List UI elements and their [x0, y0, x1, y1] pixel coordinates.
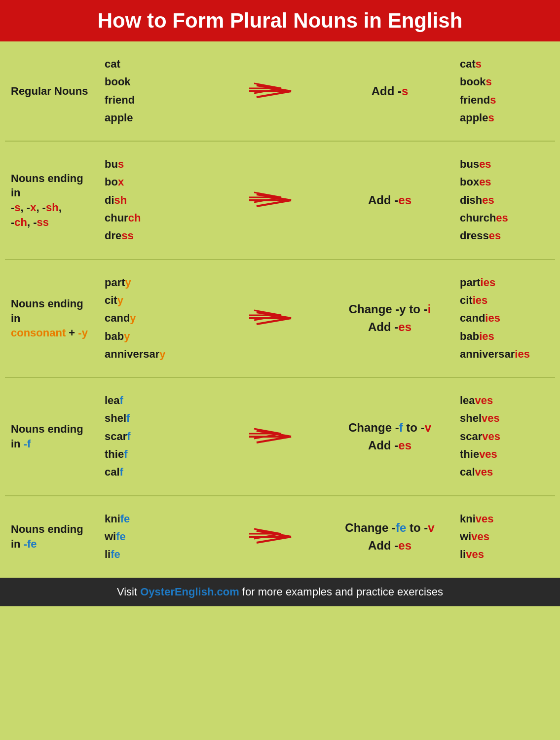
arrow-icon: [247, 427, 306, 446]
category-fe: Nouns ending in -fe: [5, 517, 99, 556]
rule-f: Change -f to -v Add -es: [326, 419, 454, 454]
examples-sxsh: bus box dish church dress: [99, 150, 227, 250]
arrow-sxsh: [227, 190, 326, 210]
arrow-regular: [227, 81, 326, 101]
examples-fe: knife wife life: [99, 505, 227, 569]
page-title: How to Form Plural Nouns in English: [10, 9, 550, 33]
plurals-fe: knives wives lives: [454, 505, 560, 569]
plurals-f: leaves shelves scarves thieves calves: [454, 387, 560, 486]
rule-regular: Add -s: [326, 82, 454, 100]
arrow-icon: [247, 190, 306, 210]
header: How to Form Plural Nouns in English: [0, 0, 560, 41]
table-row: Nouns ending in -f leaf shelf scarf thie…: [5, 378, 555, 496]
examples-f: leaf shelf scarf thief calf: [99, 387, 227, 486]
plurals-consonanty: parties cities candies babies anniversar…: [454, 269, 560, 368]
examples-regular: catbookfriendapple: [99, 50, 227, 132]
rule-consonanty: Change -y to -i Add -es: [326, 300, 454, 336]
arrow-consonanty: [227, 308, 326, 328]
category-regular: Regular Nouns: [5, 79, 99, 104]
plurals-regular: cats books friends apples: [454, 50, 560, 132]
table-body: Regular Nouns catbookfriendapple Add -s …: [0, 41, 560, 578]
category-f: Nouns ending in -f: [5, 417, 99, 456]
arrow-fe: [227, 527, 326, 547]
rule-fe: Change -fe to -v Add -es: [326, 519, 454, 555]
table-row: Regular Nouns catbookfriendapple Add -s …: [5, 41, 555, 142]
page-wrapper: How to Form Plural Nouns in English Regu…: [0, 0, 560, 606]
arrow-icon: [247, 81, 306, 101]
table-row: Nouns ending in -s, -x, -sh, -ch, -ss bu…: [5, 142, 555, 259]
category-consonanty: Nouns ending in consonant + -y: [5, 292, 99, 345]
rule-sxsh: Add -es: [326, 191, 454, 209]
table-row: Nouns ending in consonant + -y party cit…: [5, 260, 555, 378]
arrow-f: [227, 427, 326, 446]
plurals-sxsh: buses boxes dishes churches dresses: [454, 150, 560, 250]
category-sxsh: Nouns ending in -s, -x, -sh, -ch, -ss: [5, 166, 99, 235]
footer: Visit OysterEnglish.com for more example…: [0, 578, 560, 606]
table-row: Nouns ending in -fe knife wife life Chan…: [5, 496, 555, 578]
examples-consonanty: party city candy baby anniversary: [99, 269, 227, 368]
footer-site: OysterEnglish.com: [140, 586, 239, 598]
arrow-icon: [247, 308, 306, 328]
footer-text-after: for more examples and practice exercises: [239, 586, 443, 598]
arrow-icon: [247, 527, 306, 547]
footer-text-before: Visit: [117, 586, 140, 598]
